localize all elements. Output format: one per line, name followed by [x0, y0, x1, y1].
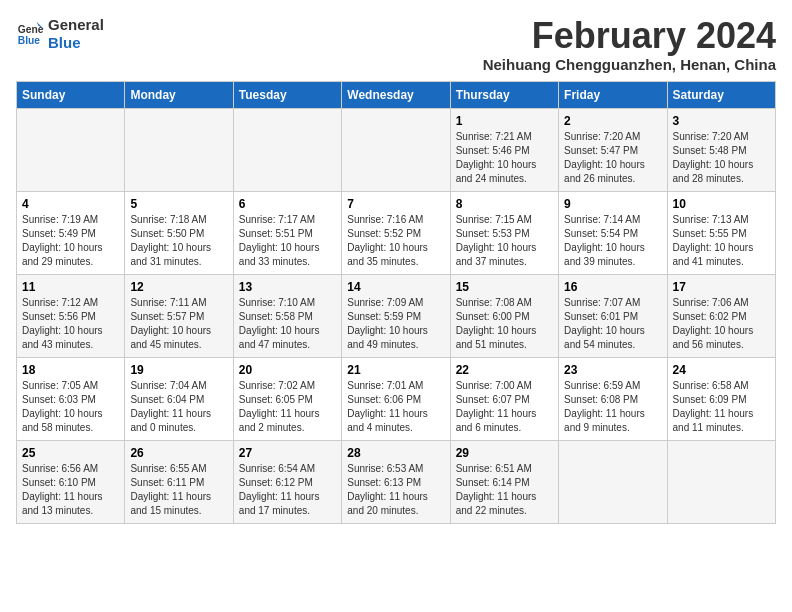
calendar-cell: 28Sunrise: 6:53 AM Sunset: 6:13 PM Dayli… [342, 440, 450, 523]
day-info: Sunrise: 7:12 AM Sunset: 5:56 PM Dayligh… [22, 296, 119, 352]
col-header-sunday: Sunday [17, 81, 125, 108]
day-number: 22 [456, 363, 553, 377]
day-info: Sunrise: 7:17 AM Sunset: 5:51 PM Dayligh… [239, 213, 336, 269]
calendar-cell: 1Sunrise: 7:21 AM Sunset: 5:46 PM Daylig… [450, 108, 558, 191]
day-info: Sunrise: 7:19 AM Sunset: 5:49 PM Dayligh… [22, 213, 119, 269]
day-info: Sunrise: 6:53 AM Sunset: 6:13 PM Dayligh… [347, 462, 444, 518]
calendar-cell: 12Sunrise: 7:11 AM Sunset: 5:57 PM Dayli… [125, 274, 233, 357]
day-number: 28 [347, 446, 444, 460]
col-header-thursday: Thursday [450, 81, 558, 108]
day-info: Sunrise: 7:06 AM Sunset: 6:02 PM Dayligh… [673, 296, 770, 352]
day-number: 8 [456, 197, 553, 211]
calendar-cell: 3Sunrise: 7:20 AM Sunset: 5:48 PM Daylig… [667, 108, 775, 191]
day-info: Sunrise: 6:58 AM Sunset: 6:09 PM Dayligh… [673, 379, 770, 435]
logo-general: General [48, 16, 104, 34]
calendar-cell: 11Sunrise: 7:12 AM Sunset: 5:56 PM Dayli… [17, 274, 125, 357]
day-number: 19 [130, 363, 227, 377]
subtitle: Neihuang Chengguanzhen, Henan, China [483, 56, 776, 73]
calendar-cell: 13Sunrise: 7:10 AM Sunset: 5:58 PM Dayli… [233, 274, 341, 357]
calendar-cell [342, 108, 450, 191]
day-info: Sunrise: 6:55 AM Sunset: 6:11 PM Dayligh… [130, 462, 227, 518]
week-row-3: 11Sunrise: 7:12 AM Sunset: 5:56 PM Dayli… [17, 274, 776, 357]
calendar-cell: 29Sunrise: 6:51 AM Sunset: 6:14 PM Dayli… [450, 440, 558, 523]
day-number: 11 [22, 280, 119, 294]
col-header-saturday: Saturday [667, 81, 775, 108]
day-number: 16 [564, 280, 661, 294]
col-header-monday: Monday [125, 81, 233, 108]
calendar-cell: 22Sunrise: 7:00 AM Sunset: 6:07 PM Dayli… [450, 357, 558, 440]
day-info: Sunrise: 7:00 AM Sunset: 6:07 PM Dayligh… [456, 379, 553, 435]
calendar-cell: 6Sunrise: 7:17 AM Sunset: 5:51 PM Daylig… [233, 191, 341, 274]
calendar-cell: 5Sunrise: 7:18 AM Sunset: 5:50 PM Daylig… [125, 191, 233, 274]
day-number: 24 [673, 363, 770, 377]
calendar-cell: 17Sunrise: 7:06 AM Sunset: 6:02 PM Dayli… [667, 274, 775, 357]
calendar-cell: 27Sunrise: 6:54 AM Sunset: 6:12 PM Dayli… [233, 440, 341, 523]
day-number: 20 [239, 363, 336, 377]
day-number: 17 [673, 280, 770, 294]
day-number: 9 [564, 197, 661, 211]
day-info: Sunrise: 7:07 AM Sunset: 6:01 PM Dayligh… [564, 296, 661, 352]
calendar-cell: 9Sunrise: 7:14 AM Sunset: 5:54 PM Daylig… [559, 191, 667, 274]
day-info: Sunrise: 7:02 AM Sunset: 6:05 PM Dayligh… [239, 379, 336, 435]
day-number: 14 [347, 280, 444, 294]
title-area: February 2024 Neihuang Chengguanzhen, He… [483, 16, 776, 73]
calendar-cell [17, 108, 125, 191]
day-info: Sunrise: 6:56 AM Sunset: 6:10 PM Dayligh… [22, 462, 119, 518]
day-number: 2 [564, 114, 661, 128]
calendar-cell: 20Sunrise: 7:02 AM Sunset: 6:05 PM Dayli… [233, 357, 341, 440]
header: General Blue General Blue February 2024 … [16, 16, 776, 73]
day-info: Sunrise: 7:14 AM Sunset: 5:54 PM Dayligh… [564, 213, 661, 269]
calendar-cell: 21Sunrise: 7:01 AM Sunset: 6:06 PM Dayli… [342, 357, 450, 440]
day-number: 5 [130, 197, 227, 211]
day-info: Sunrise: 7:16 AM Sunset: 5:52 PM Dayligh… [347, 213, 444, 269]
day-info: Sunrise: 7:01 AM Sunset: 6:06 PM Dayligh… [347, 379, 444, 435]
calendar-cell: 8Sunrise: 7:15 AM Sunset: 5:53 PM Daylig… [450, 191, 558, 274]
col-header-friday: Friday [559, 81, 667, 108]
day-info: Sunrise: 7:15 AM Sunset: 5:53 PM Dayligh… [456, 213, 553, 269]
calendar-cell: 18Sunrise: 7:05 AM Sunset: 6:03 PM Dayli… [17, 357, 125, 440]
day-info: Sunrise: 7:20 AM Sunset: 5:48 PM Dayligh… [673, 130, 770, 186]
day-info: Sunrise: 6:51 AM Sunset: 6:14 PM Dayligh… [456, 462, 553, 518]
day-number: 25 [22, 446, 119, 460]
day-number: 27 [239, 446, 336, 460]
day-info: Sunrise: 7:13 AM Sunset: 5:55 PM Dayligh… [673, 213, 770, 269]
calendar-cell: 14Sunrise: 7:09 AM Sunset: 5:59 PM Dayli… [342, 274, 450, 357]
calendar-cell: 19Sunrise: 7:04 AM Sunset: 6:04 PM Dayli… [125, 357, 233, 440]
day-info: Sunrise: 7:20 AM Sunset: 5:47 PM Dayligh… [564, 130, 661, 186]
svg-text:Blue: Blue [18, 35, 41, 46]
col-header-tuesday: Tuesday [233, 81, 341, 108]
day-number: 10 [673, 197, 770, 211]
calendar-cell: 7Sunrise: 7:16 AM Sunset: 5:52 PM Daylig… [342, 191, 450, 274]
week-row-4: 18Sunrise: 7:05 AM Sunset: 6:03 PM Dayli… [17, 357, 776, 440]
day-number: 1 [456, 114, 553, 128]
calendar-table: SundayMondayTuesdayWednesdayThursdayFrid… [16, 81, 776, 524]
week-row-5: 25Sunrise: 6:56 AM Sunset: 6:10 PM Dayli… [17, 440, 776, 523]
calendar-cell: 4Sunrise: 7:19 AM Sunset: 5:49 PM Daylig… [17, 191, 125, 274]
calendar-cell: 25Sunrise: 6:56 AM Sunset: 6:10 PM Dayli… [17, 440, 125, 523]
day-number: 15 [456, 280, 553, 294]
day-info: Sunrise: 6:54 AM Sunset: 6:12 PM Dayligh… [239, 462, 336, 518]
calendar-cell: 26Sunrise: 6:55 AM Sunset: 6:11 PM Dayli… [125, 440, 233, 523]
day-number: 13 [239, 280, 336, 294]
logo-blue: Blue [48, 34, 104, 52]
calendar-cell: 23Sunrise: 6:59 AM Sunset: 6:08 PM Dayli… [559, 357, 667, 440]
day-number: 21 [347, 363, 444, 377]
calendar-cell [233, 108, 341, 191]
week-row-1: 1Sunrise: 7:21 AM Sunset: 5:46 PM Daylig… [17, 108, 776, 191]
calendar-cell [667, 440, 775, 523]
day-info: Sunrise: 7:11 AM Sunset: 5:57 PM Dayligh… [130, 296, 227, 352]
day-info: Sunrise: 7:21 AM Sunset: 5:46 PM Dayligh… [456, 130, 553, 186]
logo-icon: General Blue [16, 20, 44, 48]
day-number: 23 [564, 363, 661, 377]
calendar-cell: 15Sunrise: 7:08 AM Sunset: 6:00 PM Dayli… [450, 274, 558, 357]
day-info: Sunrise: 7:08 AM Sunset: 6:00 PM Dayligh… [456, 296, 553, 352]
day-info: Sunrise: 6:59 AM Sunset: 6:08 PM Dayligh… [564, 379, 661, 435]
day-number: 4 [22, 197, 119, 211]
day-number: 6 [239, 197, 336, 211]
day-info: Sunrise: 7:05 AM Sunset: 6:03 PM Dayligh… [22, 379, 119, 435]
calendar-cell: 2Sunrise: 7:20 AM Sunset: 5:47 PM Daylig… [559, 108, 667, 191]
calendar-cell [125, 108, 233, 191]
day-number: 12 [130, 280, 227, 294]
day-info: Sunrise: 7:10 AM Sunset: 5:58 PM Dayligh… [239, 296, 336, 352]
calendar-cell [559, 440, 667, 523]
